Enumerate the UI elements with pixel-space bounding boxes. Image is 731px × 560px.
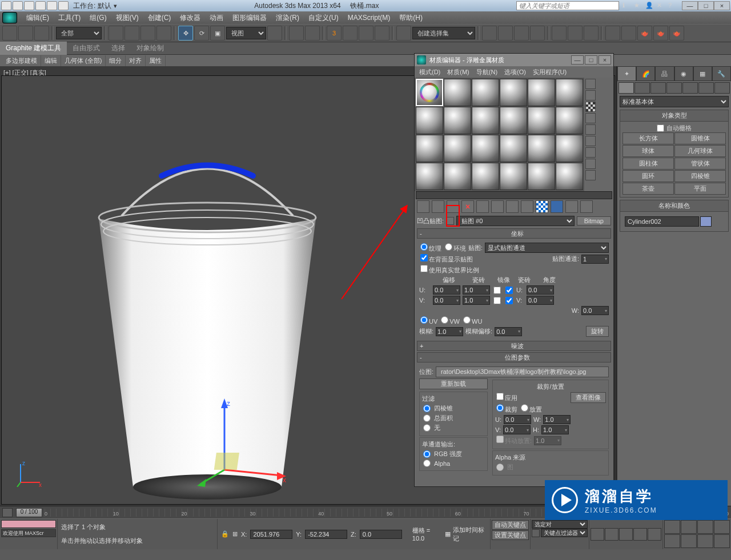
obj-plane[interactable]: 平面 bbox=[674, 183, 726, 195]
move-icon[interactable]: ✥ bbox=[178, 26, 193, 41]
reload-button[interactable]: 重新加载 bbox=[419, 378, 488, 389]
crop-u-spinner[interactable]: 0.0 bbox=[504, 415, 531, 424]
obj-sphere[interactable]: 球体 bbox=[622, 145, 674, 157]
obj-pyramid[interactable]: 四棱锥 bbox=[674, 170, 726, 182]
geometry-subtab-icon[interactable] bbox=[618, 82, 634, 94]
menu-animation[interactable]: 动画 bbox=[205, 12, 228, 24]
display-tab-icon[interactable]: ▦ bbox=[693, 66, 712, 81]
map-name-dropdown[interactable]: 贴图 #0 bbox=[456, 216, 575, 226]
select-by-material-icon[interactable] bbox=[585, 159, 596, 169]
backlight-icon[interactable] bbox=[585, 90, 596, 100]
render-iter-icon[interactable]: 🫖 bbox=[669, 26, 684, 41]
map-type-button[interactable]: Bitmap bbox=[577, 216, 611, 225]
eyedropper-icon[interactable] bbox=[446, 217, 454, 225]
objtype-rollout-header[interactable]: 对象类型 bbox=[620, 110, 729, 122]
coords-rollout-header[interactable]: -坐标 bbox=[417, 228, 611, 239]
menu-tools[interactable]: 工具(T) bbox=[54, 12, 85, 24]
menu-grapheditor[interactable]: 图形编辑器 bbox=[228, 12, 271, 24]
make-preview-icon[interactable] bbox=[585, 136, 596, 146]
mapchannel-spinner[interactable]: 1 bbox=[581, 255, 609, 264]
rotate-icon[interactable]: ⟳ bbox=[194, 26, 209, 41]
align-icon[interactable] bbox=[498, 26, 513, 41]
me-menu-material[interactable]: 材质(M) bbox=[445, 67, 472, 77]
spacewarps-subtab-icon[interactable] bbox=[698, 82, 714, 94]
go-forward-icon[interactable] bbox=[580, 200, 593, 213]
video-check-icon[interactable] bbox=[585, 124, 596, 135]
menu-group[interactable]: 组(G) bbox=[85, 12, 111, 24]
u-mirror-checkbox[interactable] bbox=[493, 287, 501, 294]
cameras-subtab-icon[interactable] bbox=[666, 82, 682, 94]
maximize-button[interactable]: □ bbox=[698, 1, 714, 10]
v-tile-checkbox[interactable] bbox=[505, 297, 513, 304]
bind-spacewarp-icon[interactable] bbox=[34, 26, 49, 41]
rendered-frame-icon[interactable] bbox=[621, 26, 636, 41]
ribbon-sub-subdiv[interactable]: 细分 bbox=[106, 55, 126, 66]
zoom-ext-icon[interactable] bbox=[697, 520, 713, 534]
me-maximize-button[interactable]: □ bbox=[585, 55, 597, 65]
x-coord-input[interactable]: 2051.976 bbox=[250, 530, 292, 539]
obj-torus[interactable]: 圆环 bbox=[622, 170, 674, 182]
signin-icon[interactable]: 👤 bbox=[645, 2, 656, 10]
material-slot[interactable] bbox=[416, 107, 443, 134]
material-slot[interactable] bbox=[444, 135, 471, 162]
object-name-input[interactable] bbox=[625, 216, 699, 227]
v-angle-spinner[interactable]: 0.0 bbox=[527, 296, 554, 305]
ribbon-tab-freeform[interactable]: 自由形式 bbox=[67, 42, 106, 55]
apply-checkbox[interactable] bbox=[496, 393, 504, 400]
filter-none-radio[interactable] bbox=[423, 424, 431, 432]
menu-help[interactable]: 帮助(H) bbox=[395, 12, 427, 24]
snap-toggle-icon[interactable]: 3 bbox=[327, 26, 342, 41]
material-slot[interactable] bbox=[556, 135, 583, 162]
obj-cylinder[interactable]: 圆柱体 bbox=[622, 158, 674, 170]
key-filter-dropdown[interactable]: 关键点过滤器 bbox=[541, 529, 588, 537]
obj-teapot[interactable]: 茶壶 bbox=[622, 183, 674, 195]
me-menu-util[interactable]: 实用程序(U) bbox=[531, 67, 569, 77]
help-icon[interactable]: ? bbox=[668, 2, 678, 10]
infocenter-icon[interactable]: ℹ bbox=[622, 2, 633, 10]
render-icon[interactable]: 🫖 bbox=[637, 26, 652, 41]
view-image-button[interactable]: 查看图像 bbox=[571, 392, 606, 403]
ribbon-sub-props[interactable]: 属性 bbox=[146, 55, 166, 66]
texture-radio[interactable] bbox=[420, 243, 428, 251]
zoom-all-icon[interactable] bbox=[664, 534, 680, 548]
key-mode-dropdown[interactable]: 选定对 bbox=[532, 520, 588, 529]
play-icon[interactable] bbox=[619, 528, 633, 541]
material-slot[interactable] bbox=[444, 163, 471, 190]
exchange-icon[interactable]: ✕ bbox=[657, 2, 667, 10]
time-tag-icon[interactable]: ▦ bbox=[445, 530, 451, 538]
mono-rgb-radio[interactable] bbox=[423, 450, 431, 458]
hierarchy-tab-icon[interactable]: 品 bbox=[655, 66, 674, 81]
put-to-library-icon[interactable] bbox=[506, 200, 519, 213]
percent-snap-icon[interactable] bbox=[359, 26, 373, 41]
z-coord-input[interactable]: 0.0 bbox=[360, 530, 402, 539]
ribbon-tab-graphite[interactable]: Graphite 建模工具 bbox=[0, 42, 67, 55]
obj-cone[interactable]: 圆锥体 bbox=[674, 132, 726, 144]
show-end-result-icon[interactable] bbox=[551, 200, 563, 213]
sample-type-icon[interactable] bbox=[585, 79, 596, 89]
v-offset-spinner[interactable]: 0.0 bbox=[433, 296, 460, 305]
shapes-subtab-icon[interactable] bbox=[634, 82, 650, 94]
me-menu-options[interactable]: 选项(O) bbox=[502, 67, 528, 77]
render-prod-icon[interactable]: 🫖 bbox=[653, 26, 668, 41]
material-slot[interactable] bbox=[500, 135, 527, 162]
pan-icon[interactable] bbox=[664, 520, 680, 534]
u-angle-spinner[interactable]: 0.0 bbox=[527, 285, 554, 295]
prev-frame-icon[interactable] bbox=[605, 528, 618, 541]
zoom-icon[interactable] bbox=[681, 520, 697, 534]
realworld-checkbox[interactable] bbox=[420, 265, 428, 272]
goto-end-icon[interactable] bbox=[648, 528, 661, 541]
helpers-subtab-icon[interactable] bbox=[682, 82, 698, 94]
minimize-button[interactable]: — bbox=[682, 1, 698, 10]
sample-uv-icon[interactable] bbox=[585, 113, 596, 123]
material-slot[interactable] bbox=[528, 163, 555, 190]
qat-new-icon[interactable] bbox=[1, 1, 11, 10]
material-slot[interactable] bbox=[472, 79, 499, 106]
material-slot-1[interactable] bbox=[416, 79, 443, 106]
track-selected[interactable] bbox=[1, 520, 56, 528]
material-slot[interactable] bbox=[500, 107, 527, 134]
material-slot[interactable] bbox=[528, 135, 555, 162]
me-menu-mode[interactable]: 模式(D) bbox=[417, 67, 443, 77]
material-editor-icon[interactable] bbox=[584, 26, 599, 41]
material-slot[interactable] bbox=[416, 163, 443, 190]
qat-save-icon[interactable] bbox=[24, 1, 34, 10]
